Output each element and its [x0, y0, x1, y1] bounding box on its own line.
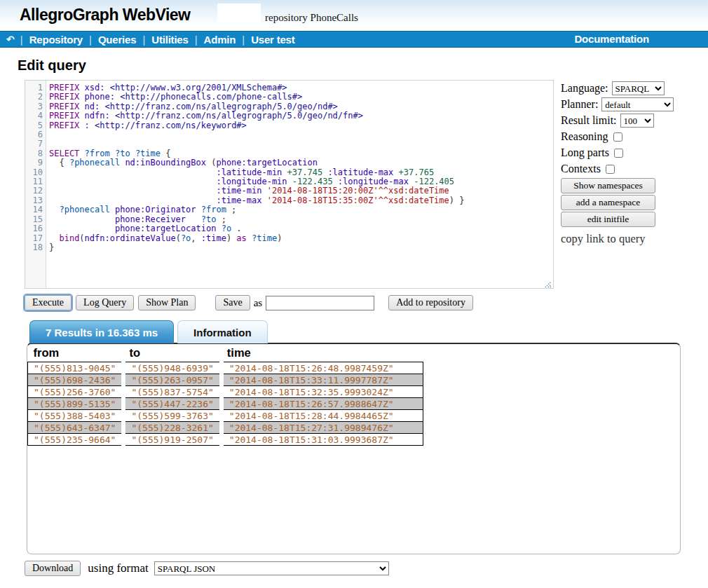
line-number: 15 — [25, 215, 46, 224]
results-header-row: fromtotime — [28, 345, 423, 362]
nav-item-user-test[interactable]: User test — [251, 34, 294, 46]
app-header: AllegroGraph WebView repository PhoneCal… — [0, 0, 708, 31]
nav-item-utilities[interactable]: Utilities — [151, 34, 188, 46]
reasoning-label: Reasoning — [561, 130, 608, 143]
result-cell: "(555)813-9045" — [28, 362, 124, 374]
code-line: { ?phonecall nd:inBoundingBox (phone:tar… — [49, 158, 553, 167]
code-line: SELECT ?from ?to ?time { — [49, 149, 553, 158]
using-format-label: using format — [88, 561, 148, 575]
long-parts-label: Long parts — [561, 146, 609, 159]
header-logo-placeholder — [217, 4, 261, 22]
result-cell: "(555)228-3261" — [123, 422, 221, 434]
download-button[interactable]: Download — [25, 561, 81, 576]
results-panel: fromtotime"(555)813-9045""(555)948-6939"… — [27, 343, 681, 554]
line-number: 7 — [25, 139, 46, 149]
line-number: 6 — [25, 130, 46, 139]
contexts-checkbox[interactable] — [606, 165, 615, 174]
result-cell: "(555)837-5754" — [123, 386, 221, 398]
result-cell: "(555)447-2236" — [123, 398, 221, 410]
tab-7-results-in-16-363-ms[interactable]: 7 Results in 16.363 ms — [29, 320, 174, 343]
save-as-label: as — [254, 297, 263, 309]
code-line: PREFIX : <http://franz.com/ns/keyword#> — [49, 121, 553, 130]
result-row: "(555)256-3760""(555)837-5754""2014-08-1… — [28, 386, 423, 398]
code-line: PREFIX phone: <http://phonecalls.com/pho… — [49, 93, 553, 102]
result-row: "(555)643-6347""(555)228-3261""2014-08-1… — [28, 422, 423, 434]
result-cell: "(555)948-6939" — [123, 362, 221, 374]
line-number: 1 — [25, 83, 46, 93]
result-limit-label: Result limit: — [561, 114, 617, 127]
code-line: ?phonecall phone:Originator ?from ; — [49, 205, 553, 214]
query-actions-row: Execute Log Query Show Plan Save as Add … — [25, 294, 708, 311]
result-cell: "(555)698-2436" — [28, 374, 124, 386]
line-number: 3 — [25, 102, 46, 111]
long-parts-checkbox[interactable] — [614, 149, 623, 158]
query-options-panel: Language: SPARQL Planner: default Result… — [561, 81, 704, 246]
line-number: 8 — [25, 149, 46, 158]
nav-item-admin[interactable]: Admin — [204, 34, 236, 46]
log-query-button[interactable]: Log Query — [76, 295, 134, 310]
column-header-time: time — [222, 345, 423, 362]
nav-separator: | — [89, 34, 92, 46]
result-cell: "(555)235-9664" — [28, 434, 124, 446]
save-name-input[interactable] — [266, 296, 374, 310]
column-header-to: to — [123, 345, 221, 362]
result-cell: "2014-08-18T15:32:35.9993024Z" — [222, 386, 423, 398]
language-label: Language: — [561, 82, 608, 95]
execute-button[interactable]: Execute — [25, 295, 72, 310]
line-number: 12 — [25, 186, 46, 196]
result-row: "(555)388-5403""(555)599-3763""2014-08-1… — [28, 410, 423, 422]
result-row: "(555)698-2436""(555)263-0957""2014-08-1… — [28, 374, 423, 386]
code-line: PREFIX nd: <http://franz.com/ns/allegrog… — [49, 102, 553, 111]
code-line: bind(ndfn:ordinateValue(?o, :time) as ?t… — [49, 234, 553, 243]
nav-item-documentation[interactable]: Documentation — [574, 33, 649, 45]
line-number: 14 — [25, 205, 46, 214]
line-number: 16 — [25, 224, 46, 233]
nav-item-repository[interactable]: Repository — [29, 34, 83, 46]
nav-separator: | — [142, 34, 145, 46]
language-select[interactable]: SPARQL — [612, 81, 665, 95]
column-header-from: from — [28, 345, 124, 362]
tab-information[interactable]: Information — [177, 320, 268, 343]
line-number: 10 — [25, 168, 46, 177]
download-format-select[interactable]: SPARQL JSON — [154, 561, 389, 575]
code-line: ​ — [49, 139, 553, 149]
line-number: 5 — [25, 121, 46, 130]
planner-select[interactable]: default — [601, 97, 674, 111]
nav-separator: | — [195, 34, 198, 46]
result-cell: "2014-08-18T15:28:44.9984465Z" — [222, 410, 423, 422]
add-namespace-button[interactable]: add a namespace — [561, 195, 655, 210]
download-row: Download using format SPARQL JSON — [25, 560, 708, 577]
editor-resize-handle[interactable] — [543, 278, 552, 287]
line-number: 18 — [25, 243, 46, 252]
result-limit-select[interactable]: 100 — [620, 114, 654, 128]
copy-link-to-query[interactable]: copy link to query — [561, 232, 646, 246]
result-cell: "(555)388-5403" — [28, 410, 124, 422]
line-number: 4 — [25, 111, 46, 121]
code-line: :longitude-min -122.435 :longitude-max -… — [49, 177, 553, 186]
results-tabs: 7 Results in 16.363 msInformation — [29, 320, 708, 343]
result-cell: "2014-08-18T15:27:31.9989476Z" — [222, 422, 423, 434]
results-table: fromtotime"(555)813-9045""(555)948-6939"… — [27, 345, 423, 446]
code-line: phone:targetLocation ?o . — [49, 224, 553, 233]
back-arrow-icon[interactable]: ↶ — [6, 34, 15, 45]
result-row: "(555)813-9045""(555)948-6939""2014-08-1… — [28, 362, 423, 374]
editor-gutter: 123456789101112131415161718 — [25, 81, 46, 288]
line-number: 13 — [25, 196, 46, 205]
result-cell: "2014-08-18T15:31:03.9993687Z" — [222, 434, 423, 446]
show-plan-button[interactable]: Show Plan — [138, 295, 196, 310]
result-row: "(555)235-9664""(555)919-2507""2014-08-1… — [28, 434, 423, 446]
line-number: 2 — [25, 93, 46, 102]
result-cell: "(555)899-5135" — [28, 398, 124, 410]
reasoning-checkbox[interactable] — [613, 132, 622, 142]
show-namespaces-button[interactable]: Show namespaces — [561, 178, 655, 193]
edit-initfile-button[interactable]: edit initfile — [561, 212, 655, 227]
line-number: 17 — [25, 234, 46, 243]
query-editor[interactable]: 123456789101112131415161718 PREFIX xsd: … — [25, 80, 554, 289]
code-line: ​ — [49, 130, 553, 139]
save-button[interactable]: Save — [215, 295, 250, 310]
nav-item-queries[interactable]: Queries — [98, 34, 136, 46]
add-to-repository-button[interactable]: Add to repository — [388, 295, 473, 310]
page-title: Edit query — [18, 57, 708, 74]
result-cell: "(555)263-0957" — [123, 374, 221, 386]
query-code[interactable]: PREFIX xsd: <http://www.w3.org/2001/XMLS… — [46, 81, 553, 288]
